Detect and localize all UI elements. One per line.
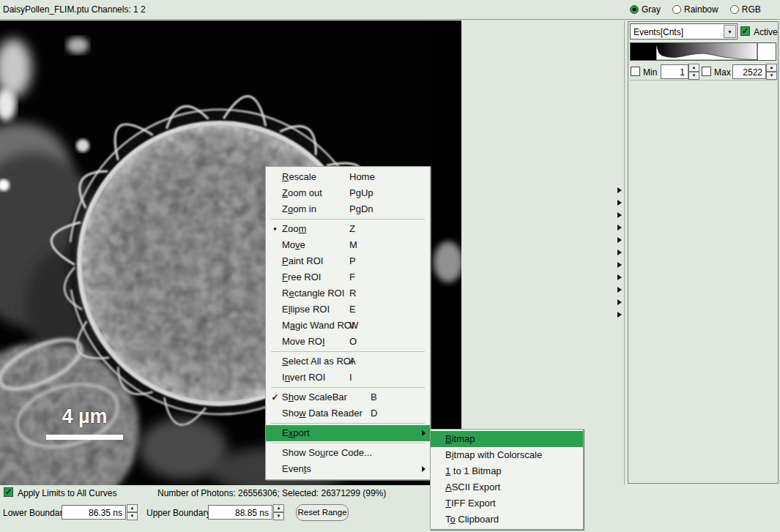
context-menu: RescaleHome Zoom outPgUp Zoom inPgDn ●Zo… [265, 166, 431, 480]
marker-arrow-icon[interactable] [617, 200, 622, 206]
menu-item-move-roi[interactable]: Move ROIO [266, 334, 430, 350]
marker-arrow-icon[interactable] [617, 225, 622, 231]
menu-shortcut: E [349, 301, 356, 318]
menu-shortcut: P [349, 253, 356, 269]
menu-shortcut: W [349, 318, 358, 334]
menu-item-invert-roi[interactable]: Invert ROII [266, 370, 430, 386]
menu-shortcut: M [349, 237, 357, 253]
marker-arrow-icon[interactable] [617, 212, 622, 218]
max-spinner: ▲ ▼ [766, 64, 777, 80]
lower-boundary-input[interactable]: 86.35 ns [62, 505, 126, 520]
min-checkbox[interactable] [631, 67, 640, 76]
radio-rgb-label: RGB [742, 4, 761, 15]
submenu-item-tiff-export[interactable]: TIFF Export [431, 495, 583, 512]
marker-arrow-icon[interactable] [617, 250, 622, 255]
menu-item-zoom-out[interactable]: Zoom outPgUp [266, 185, 430, 201]
menu-separator [271, 387, 425, 388]
spin-up-button[interactable]: ▲ [273, 504, 284, 512]
lower-boundary-spinner: ▲ ▼ [127, 504, 138, 520]
radio-icon [672, 5, 681, 14]
dropdown-arrow-icon[interactable]: ▼ [724, 25, 736, 38]
lower-boundary-label: Lower Boundary: [3, 508, 70, 518]
source-dropdown[interactable]: Events[Cnts] ▼ [630, 23, 738, 40]
application-window: DaisyPollen_FLIM.ptu Channels: 1 2 Gray … [0, 0, 780, 532]
min-spinner: ▲ ▼ [688, 64, 699, 80]
menu-item-show-scalebar[interactable]: ✓Show ScaleBarB [266, 389, 430, 405]
panel-separator [630, 80, 776, 80]
menu-shortcut: PgUp [349, 185, 374, 201]
menu-item-events[interactable]: Events [266, 461, 430, 477]
menu-item-rescale[interactable]: RescaleHome [266, 169, 430, 185]
menu-item-zoom[interactable]: ●ZoomZ [266, 221, 430, 237]
submenu-item-bitmap-with-colorscale[interactable]: Bitmap with Colorscale [431, 447, 583, 463]
menu-shortcut: PgDn [349, 201, 374, 217]
submenu-item-bitmap[interactable]: Bitmap [431, 431, 583, 447]
upper-boundary-label: Upper Boundary: [146, 508, 213, 518]
panel-divider [624, 20, 625, 484]
max-checkbox[interactable] [702, 67, 711, 76]
menu-item-zoom-in[interactable]: Zoom inPgDn [266, 201, 430, 217]
submenu-item-to-clipboard[interactable]: To Clipboard [431, 512, 583, 528]
menu-shortcut: Z [349, 221, 355, 237]
marker-arrow-icon[interactable] [617, 187, 622, 193]
radio-rgb[interactable]: RGB [730, 4, 761, 15]
menu-item-show-source-code[interactable]: Show Source Code... [266, 445, 430, 461]
menu-item-paint-roi[interactable]: Paint ROIP [266, 253, 430, 269]
spin-up-button[interactable]: ▲ [766, 64, 777, 72]
marker-arrow-icon[interactable] [617, 262, 622, 268]
menu-item-free-roi[interactable]: Free ROIF [266, 269, 430, 285]
min-input[interactable]: 1 [661, 64, 688, 79]
menu-shortcut: B [371, 389, 377, 405]
spin-down-button[interactable]: ▼ [688, 72, 699, 80]
marker-arrow-icon[interactable] [617, 312, 622, 318]
active-checkbox[interactable]: ✓ [740, 26, 750, 36]
spin-down-button[interactable]: ▼ [127, 512, 138, 520]
radio-gray[interactable]: Gray [630, 4, 661, 15]
checkmark-icon: ✓ [269, 389, 281, 405]
menu-shortcut: Home [349, 169, 375, 185]
submenu-arrow-icon [422, 430, 426, 436]
marker-arrow-icon[interactable] [617, 237, 622, 243]
menu-separator [271, 351, 425, 352]
menu-item-ellipse-roi[interactable]: Ellipse ROIE [266, 301, 430, 318]
marker-arrow-icon[interactable] [617, 274, 622, 280]
boundary-controls-bar: ✓ Apply Limits to All Curves Number of P… [0, 485, 780, 532]
apply-limits-checkbox[interactable]: ✓ [4, 487, 13, 497]
submenu-item-1-to-1-bitmap[interactable]: 1 to 1 Bitmap [431, 463, 583, 479]
marker-arrow-icon[interactable] [617, 287, 622, 293]
menu-item-move[interactable]: MoveM [266, 237, 430, 253]
min-max-row: Min 1 ▲ ▼ Max 2522 ▲ ▼ [628, 64, 778, 80]
menu-item-show-data-reader[interactable]: Show Data ReaderD [266, 405, 430, 422]
scale-bar-label: 4 µm [46, 405, 123, 428]
radio-rainbow[interactable]: Rainbow [672, 4, 718, 15]
histogram[interactable] [630, 42, 776, 61]
spin-down-button[interactable]: ▼ [766, 72, 777, 80]
display-settings-panel: Events[Cnts] ▼ ✓ Active Min 1 [628, 21, 779, 484]
submenu-arrow-icon [422, 466, 426, 472]
menu-separator [271, 443, 425, 443]
radio-selected-icon [630, 5, 639, 14]
active-label: Active [754, 27, 778, 37]
max-input[interactable]: 2522 [732, 64, 766, 79]
spin-up-button[interactable]: ▲ [127, 504, 138, 512]
active-tool-bullet-icon: ● [269, 221, 281, 237]
radio-rainbow-label: Rainbow [684, 4, 718, 15]
menu-separator [271, 423, 425, 424]
document-title: DaisyPollen_FLIM.ptu Channels: 1 2 [3, 4, 146, 15]
menu-shortcut: O [349, 334, 357, 350]
spin-down-button[interactable]: ▼ [273, 512, 284, 520]
menu-item-select-all-as-roi[interactable]: Select All as ROIA [266, 353, 430, 370]
upper-boundary-input[interactable]: 88.85 ns [208, 505, 272, 520]
spin-up-button[interactable]: ▲ [688, 64, 699, 72]
menu-item-rectangle-roi[interactable]: Rectangle ROIR [266, 285, 430, 301]
menu-item-export[interactable]: Export [266, 425, 430, 441]
source-dropdown-value: Events[Cnts] [634, 27, 683, 37]
curve-marker-strip [617, 187, 622, 324]
radio-icon [730, 5, 739, 14]
marker-arrow-icon[interactable] [617, 299, 622, 305]
radio-gray-label: Gray [642, 4, 661, 15]
menu-item-magic-wand-roi[interactable]: Magic Wand ROIW [266, 318, 430, 334]
submenu-item-ascii-export[interactable]: ASCII Export [431, 479, 583, 495]
menu-shortcut: D [371, 405, 377, 422]
reset-range-button[interactable]: Reset Range [296, 504, 349, 521]
